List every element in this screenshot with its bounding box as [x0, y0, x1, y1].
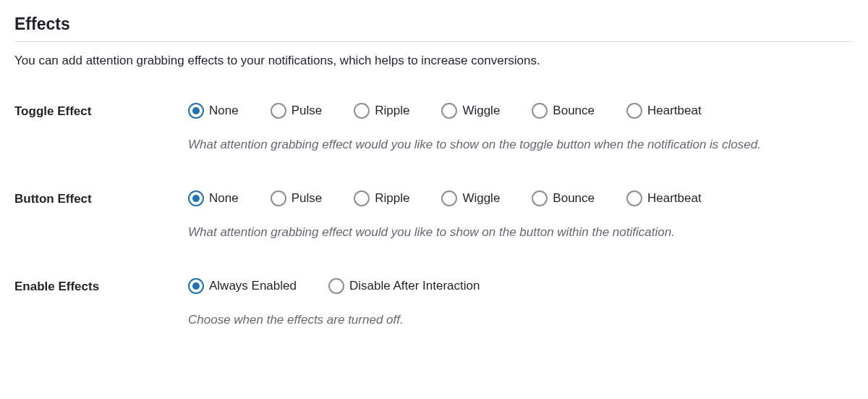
radio-label: Ripple [375, 104, 409, 118]
enable-effects-help: Choose when the effects are turned off. [188, 310, 854, 331]
radio-icon [626, 190, 642, 206]
radio-label: Wiggle [462, 104, 500, 118]
radio-label: Wiggle [462, 191, 500, 206]
radio-icon [354, 103, 370, 119]
button-effect-radio-heartbeat[interactable]: Heartbeat [626, 190, 702, 206]
radio-icon [328, 278, 344, 294]
radio-label: None [209, 104, 239, 118]
toggle-effect-radio-none[interactable]: None [188, 103, 239, 119]
radio-label: Disable After Interaction [349, 279, 480, 293]
toggle-effect-radio-group: None Pulse Ripple Wiggle Bounce Heartbea… [188, 103, 854, 119]
radio-label: None [209, 191, 239, 206]
button-effect-radio-bounce[interactable]: Bounce [532, 190, 595, 206]
radio-icon [532, 103, 548, 119]
radio-icon [271, 190, 286, 206]
radio-icon [626, 103, 642, 119]
section-description: You can add attention grabbing effects t… [14, 54, 854, 68]
toggle-effect-help: What attention grabbing effect would you… [188, 135, 854, 156]
radio-icon [188, 190, 204, 206]
radio-label: Heartbeat [647, 104, 702, 118]
toggle-effect-label: Toggle Effect [14, 103, 188, 119]
button-effect-radio-ripple[interactable]: Ripple [354, 190, 409, 206]
radio-icon [441, 190, 457, 206]
section-title: Effects [14, 14, 854, 42]
radio-label: Bounce [553, 191, 595, 206]
toggle-effect-radio-pulse[interactable]: Pulse [271, 103, 323, 119]
toggle-effect-control: None Pulse Ripple Wiggle Bounce Heartbea… [188, 103, 854, 156]
button-effect-label: Button Effect [14, 190, 188, 206]
enable-effects-radio-group: Always Enabled Disable After Interaction [188, 278, 854, 294]
toggle-effect-radio-bounce[interactable]: Bounce [532, 103, 595, 119]
radio-icon [188, 103, 204, 119]
enable-effects-radio-disable-after[interactable]: Disable After Interaction [328, 278, 480, 294]
button-effect-control: None Pulse Ripple Wiggle Bounce Heartbea… [188, 190, 854, 243]
setting-enable-effects: Enable Effects Always Enabled Disable Af… [14, 278, 854, 331]
button-effect-radio-pulse[interactable]: Pulse [271, 190, 323, 206]
enable-effects-label: Enable Effects [14, 278, 188, 294]
button-effect-radio-group: None Pulse Ripple Wiggle Bounce Heartbea… [188, 190, 854, 206]
radio-label: Pulse [292, 104, 323, 118]
radio-label: Pulse [292, 191, 323, 206]
enable-effects-control: Always Enabled Disable After Interaction… [188, 278, 854, 331]
button-effect-radio-wiggle[interactable]: Wiggle [441, 190, 500, 206]
toggle-effect-radio-ripple[interactable]: Ripple [354, 103, 409, 119]
radio-icon [271, 103, 286, 119]
radio-icon [532, 190, 548, 206]
toggle-effect-radio-wiggle[interactable]: Wiggle [441, 103, 500, 119]
toggle-effect-radio-heartbeat[interactable]: Heartbeat [626, 103, 702, 119]
radio-icon [354, 190, 370, 206]
button-effect-radio-none[interactable]: None [188, 190, 239, 206]
radio-label: Heartbeat [647, 191, 702, 206]
setting-toggle-effect: Toggle Effect None Pulse Ripple Wiggle B… [14, 103, 854, 156]
button-effect-help: What attention grabbing effect would you… [188, 222, 854, 243]
radio-label: Bounce [553, 104, 595, 118]
radio-icon [188, 278, 204, 294]
enable-effects-radio-always[interactable]: Always Enabled [188, 278, 297, 294]
radio-icon [441, 103, 457, 119]
radio-label: Always Enabled [209, 279, 297, 293]
setting-button-effect: Button Effect None Pulse Ripple Wiggle B… [14, 190, 854, 243]
radio-label: Ripple [375, 191, 409, 206]
